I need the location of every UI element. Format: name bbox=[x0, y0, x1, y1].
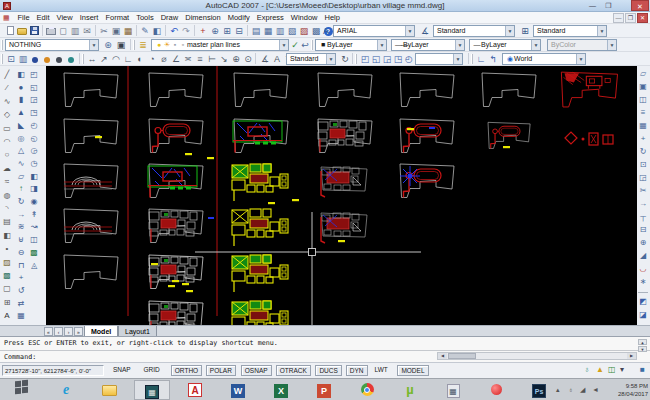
hatch-icon[interactable]: ▨ bbox=[1, 257, 13, 269]
dim-ordinate-icon[interactable]: ∟ bbox=[122, 53, 134, 65]
ucs-previous-icon[interactable]: ↰ bbox=[487, 53, 499, 65]
tab-first-button[interactable]: « bbox=[44, 327, 53, 336]
mdi-close-button[interactable]: ✕ bbox=[637, 13, 648, 23]
ellipse-arc-icon[interactable]: ◝ bbox=[1, 203, 13, 215]
toggle-osnap[interactable]: OSNAP bbox=[241, 365, 272, 376]
zoom-window-icon[interactable]: ⊞ bbox=[221, 25, 233, 37]
save-icon[interactable] bbox=[28, 25, 40, 37]
cylinder-icon[interactable]: ▮ bbox=[15, 94, 27, 106]
stretch-icon[interactable]: ◲ bbox=[637, 172, 649, 184]
toolbar-lock-icon[interactable]: ▲ bbox=[596, 365, 604, 374]
toolbar-grip[interactable] bbox=[1, 40, 3, 50]
drawing-canvas[interactable] bbox=[46, 66, 637, 325]
publish-icon[interactable]: ▥ bbox=[69, 25, 81, 37]
break-icon[interactable]: ⊟ bbox=[637, 224, 649, 236]
make-block-icon[interactable]: ◧ bbox=[1, 230, 13, 242]
mirror-icon[interactable]: ◫ bbox=[637, 94, 649, 106]
scroll-thumb[interactable] bbox=[448, 353, 476, 359]
scroll-up-icon[interactable]: ▲ bbox=[638, 339, 647, 345]
revision-cloud-icon[interactable]: ☁ bbox=[1, 163, 13, 175]
combo-arrow-icon[interactable]: ▼ bbox=[89, 40, 98, 50]
erase-icon[interactable]: ▱ bbox=[637, 68, 649, 80]
combo-arrow-icon[interactable]: ▼ bbox=[607, 40, 616, 50]
combo-arrow-icon[interactable]: ▼ bbox=[326, 54, 335, 64]
dim-style-combo[interactable]: Standard▼ bbox=[433, 25, 515, 37]
toolbar-grip[interactable] bbox=[133, 40, 135, 50]
menu-edit[interactable]: Edit bbox=[33, 12, 53, 24]
menu-window[interactable]: Window bbox=[287, 12, 321, 24]
table-style-combo[interactable]: Standard▼ bbox=[533, 25, 607, 37]
zoom-previous-icon[interactable]: ⊟ bbox=[233, 25, 245, 37]
intersect-icon[interactable]: ⊓ bbox=[15, 260, 27, 272]
toggle-ortho[interactable]: ORTHO bbox=[171, 365, 202, 376]
toggle-polar[interactable]: POLAR bbox=[206, 365, 236, 376]
zoom-realtime-icon[interactable]: ⊕ bbox=[209, 25, 221, 37]
ball-blue-icon[interactable] bbox=[29, 53, 41, 65]
dim-jogged-icon[interactable]: ◔ bbox=[146, 53, 158, 65]
render-icon[interactable]: ▥ bbox=[17, 53, 29, 65]
network-icon[interactable]: ◢ bbox=[580, 386, 585, 394]
workspace-settings-icon[interactable]: ⊛ bbox=[102, 39, 114, 51]
combo-arrow-icon[interactable]: ▼ bbox=[279, 40, 288, 50]
view-swiso-icon[interactable]: ◶ bbox=[28, 145, 40, 157]
tab-last-button[interactable]: » bbox=[74, 327, 83, 336]
extrude-icon[interactable]: ↑ bbox=[15, 183, 27, 195]
text-style-icon[interactable]: A bbox=[320, 25, 332, 37]
camera-icon[interactable]: ◉ bbox=[28, 196, 40, 208]
linetype-combo[interactable]: ——ByLayer▼ bbox=[391, 39, 465, 51]
plot-icon[interactable] bbox=[45, 25, 57, 37]
paste-icon[interactable]: ▦ bbox=[122, 25, 134, 37]
mdi-minimize-button[interactable]: — bbox=[613, 13, 624, 23]
combo-arrow-icon[interactable]: ▼ bbox=[455, 40, 464, 50]
menu-draw[interactable]: Draw bbox=[157, 12, 182, 24]
polyline-icon[interactable]: ∿ bbox=[1, 96, 13, 108]
sphere-icon[interactable]: ● bbox=[15, 82, 27, 94]
close-button[interactable]: ✕ bbox=[631, 0, 649, 11]
ball-teal-icon[interactable] bbox=[65, 53, 77, 65]
offset-icon[interactable]: ≡ bbox=[637, 107, 649, 119]
new-icon[interactable] bbox=[4, 25, 16, 37]
taskbar-utorrent[interactable]: µ bbox=[392, 380, 428, 400]
ball-orange-icon[interactable] bbox=[41, 53, 53, 65]
point-icon[interactable]: • bbox=[1, 243, 13, 255]
planar-surface-icon[interactable]: ▱ bbox=[15, 171, 27, 183]
sweep-icon[interactable]: → bbox=[15, 209, 27, 221]
etransmit-icon[interactable]: ✉ bbox=[81, 25, 93, 37]
view-top-icon[interactable]: ◰ bbox=[28, 69, 40, 81]
menu-insert[interactable]: Insert bbox=[76, 12, 102, 24]
revolve-icon[interactable]: ↻ bbox=[15, 196, 27, 208]
layer-properties-icon[interactable]: ≣ bbox=[137, 39, 149, 51]
vp-clip-icon[interactable]: ◴ bbox=[403, 53, 415, 65]
open-icon[interactable] bbox=[16, 25, 28, 37]
taskbar-autocad[interactable]: ▦ bbox=[134, 380, 170, 400]
box-icon[interactable]: ◧ bbox=[15, 69, 27, 81]
copy-object-icon[interactable]: ▣ bbox=[637, 81, 649, 93]
bring-to-front-icon[interactable]: ◩ bbox=[637, 296, 649, 308]
menu-modify[interactable]: Modify bbox=[224, 12, 253, 24]
menu-tools[interactable]: Tools bbox=[133, 12, 158, 24]
color-combo[interactable]: ■ByLayer▼ bbox=[315, 39, 387, 51]
taskbar-autocad-a[interactable]: A bbox=[177, 380, 213, 400]
subtract-icon[interactable]: ⊖ bbox=[15, 247, 27, 259]
toggle-snap[interactable]: SNAP bbox=[110, 365, 134, 376]
spline-icon[interactable]: ≈ bbox=[1, 176, 13, 188]
minimize-button[interactable]: — bbox=[585, 0, 600, 11]
toggle-otrack[interactable]: OTRACK bbox=[276, 365, 311, 376]
menu-view[interactable]: View bbox=[53, 12, 76, 24]
dim-diameter-icon[interactable]: ⌀ bbox=[158, 53, 170, 65]
visual-styles-icon[interactable]: ◫ bbox=[28, 234, 40, 246]
scale-icon[interactable]: ⊡ bbox=[637, 159, 649, 171]
render-region-icon[interactable]: ▩ bbox=[28, 247, 40, 259]
trim-icon[interactable]: ✂ bbox=[637, 185, 649, 197]
tab-next-button[interactable]: › bbox=[64, 327, 73, 336]
taskbar-clock[interactable]: 9:58 PM 28/04/2017 bbox=[604, 382, 648, 398]
tab-prev-button[interactable]: ‹ bbox=[54, 327, 63, 336]
mdi-restore-button[interactable]: ❐ bbox=[625, 13, 636, 23]
menu-help[interactable]: Help bbox=[321, 12, 343, 24]
taskbar-word[interactable]: W bbox=[220, 380, 256, 400]
cut-icon[interactable]: ✂ bbox=[98, 25, 110, 37]
combo-arrow-icon[interactable]: ▼ bbox=[531, 40, 540, 50]
combo-arrow-icon[interactable]: ▼ bbox=[597, 26, 606, 36]
layer-previous-icon[interactable]: ↩ bbox=[299, 39, 311, 51]
dim-leader-icon[interactable]: ↘ bbox=[218, 53, 230, 65]
